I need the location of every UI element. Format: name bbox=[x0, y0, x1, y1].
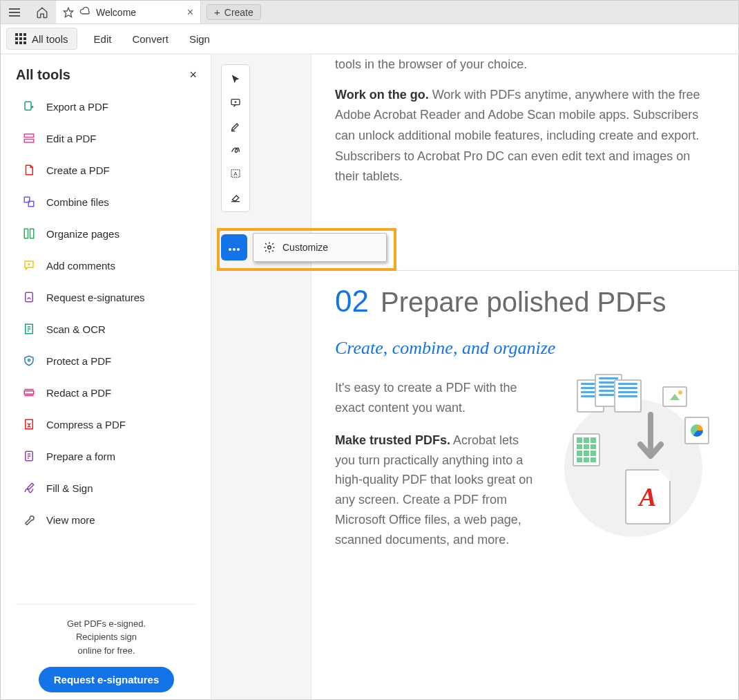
menu-edit[interactable]: Edit bbox=[94, 33, 112, 45]
create-icon bbox=[23, 164, 35, 176]
erase-tool[interactable] bbox=[225, 187, 246, 207]
sub-toolbar: All tools Edit Convert Sign bbox=[1, 24, 738, 55]
tool-label: View more bbox=[46, 514, 95, 526]
tool-combine-files[interactable]: Combine files bbox=[23, 191, 197, 213]
tool-label: Edit a PDF bbox=[46, 133, 97, 144]
svg-marker-0 bbox=[64, 8, 73, 17]
draw-tool[interactable] bbox=[225, 140, 246, 160]
all-tools-label: All tools bbox=[32, 33, 68, 45]
tool-request-esignatures[interactable]: Request e-signatures bbox=[23, 286, 197, 308]
panel-title: All tools bbox=[16, 67, 70, 83]
tool-scan-ocr[interactable]: Scan & OCR bbox=[23, 318, 197, 340]
section-subhead: Create, combine, and organize bbox=[335, 338, 715, 359]
document-viewer[interactable]: tools in the browser of your choice. Wor… bbox=[311, 55, 738, 699]
tool-export-pdf[interactable]: Export a PDF bbox=[23, 95, 197, 117]
tool-label: Export a PDF bbox=[46, 101, 108, 113]
compress-icon bbox=[23, 418, 35, 431]
edit-icon bbox=[23, 132, 35, 144]
hamburger-menu-button[interactable] bbox=[1, 1, 28, 23]
gear-icon bbox=[263, 241, 276, 254]
tool-label: Redact a PDF bbox=[46, 387, 111, 399]
ellipsis-icon bbox=[228, 242, 240, 253]
down-arrow-icon bbox=[633, 411, 668, 473]
document-tab[interactable]: Welcome × bbox=[56, 1, 201, 23]
close-tab-button[interactable]: × bbox=[187, 6, 193, 19]
tool-prepare-form[interactable]: Prepare a form bbox=[23, 445, 197, 467]
tool-view-more[interactable]: View more bbox=[23, 509, 197, 531]
all-tools-button[interactable]: All tools bbox=[6, 28, 77, 50]
body-text-fragment: tools in the browser of your choice. bbox=[335, 55, 715, 75]
tool-list: Export a PDF Edit a PDF Create a PDF Com… bbox=[16, 95, 197, 604]
tool-create-pdf[interactable]: Create a PDF bbox=[23, 159, 197, 181]
tab-title: Welcome bbox=[96, 7, 136, 18]
svg-rect-7 bbox=[30, 229, 34, 238]
svg-rect-2 bbox=[24, 134, 34, 138]
menu-convert[interactable]: Convert bbox=[132, 33, 169, 45]
tool-compress-pdf[interactable]: Compress a PDF bbox=[23, 413, 197, 435]
comment-tool[interactable] bbox=[225, 93, 246, 113]
tool-label: Protect a PDF bbox=[46, 355, 111, 367]
scan-icon bbox=[23, 323, 35, 335]
tool-label: Request e-signatures bbox=[46, 292, 145, 303]
protect-icon bbox=[23, 354, 35, 367]
tool-add-comments[interactable]: Add comments bbox=[23, 254, 197, 276]
section-heading: 02 Prepare polished PDFs bbox=[335, 284, 715, 319]
body-para-1: It's easy to create a PDF with the exact… bbox=[335, 378, 535, 418]
cloud-icon bbox=[79, 6, 90, 18]
highlight-tool[interactable] bbox=[225, 116, 246, 137]
menu-bar: Edit Convert Sign bbox=[81, 24, 210, 53]
tool-label: Combine files bbox=[46, 196, 109, 208]
tool-label: Add comments bbox=[46, 260, 115, 272]
close-panel-button[interactable]: × bbox=[189, 68, 197, 82]
combine-icon bbox=[23, 196, 35, 208]
quick-toolbar: A bbox=[221, 64, 250, 212]
tool-protect-pdf[interactable]: Protect a PDF bbox=[23, 350, 197, 372]
section-02: 02 Prepare polished PDFs Create, combine… bbox=[335, 284, 715, 549]
more-tools-button[interactable] bbox=[221, 234, 247, 261]
menu-sign[interactable]: Sign bbox=[189, 33, 210, 45]
tool-label: Prepare a form bbox=[46, 451, 115, 462]
request-esignatures-button[interactable]: Request e-signatures bbox=[39, 667, 175, 692]
body-text-workgo: Work on the go. Work with PDFs anytime, … bbox=[335, 85, 715, 187]
select-tool[interactable] bbox=[225, 69, 246, 90]
hamburger-icon bbox=[9, 8, 20, 17]
tool-label: Scan & OCR bbox=[46, 323, 106, 335]
home-icon bbox=[36, 6, 48, 19]
svg-point-17 bbox=[268, 246, 271, 249]
form-icon bbox=[23, 450, 35, 462]
fillsign-icon bbox=[23, 482, 35, 494]
quick-tools-strip: A Customize bbox=[211, 55, 311, 699]
create-tab-button[interactable]: + Create bbox=[207, 4, 261, 20]
svg-rect-6 bbox=[24, 229, 28, 238]
export-icon bbox=[23, 100, 35, 113]
body-para-2: Make trusted PDFs. Acrobat lets you turn… bbox=[335, 431, 535, 550]
home-button[interactable] bbox=[28, 1, 56, 23]
promo-box: Get PDFs e-signed. Recipients sign onlin… bbox=[16, 604, 197, 693]
title-bar: Welcome × + Create bbox=[1, 1, 738, 24]
customize-label: Customize bbox=[282, 242, 328, 253]
textselect-tool[interactable]: A bbox=[225, 163, 246, 184]
organize-icon bbox=[23, 227, 35, 240]
illustration: A bbox=[556, 378, 711, 547]
svg-text:A: A bbox=[233, 171, 238, 177]
star-icon bbox=[63, 7, 74, 18]
tool-redact-pdf[interactable]: Redact a PDF bbox=[23, 381, 197, 404]
wrench-icon bbox=[23, 513, 35, 526]
customize-popover[interactable]: Customize bbox=[253, 233, 387, 262]
create-label: Create bbox=[224, 7, 253, 18]
svg-rect-3 bbox=[24, 140, 34, 143]
tool-label: Create a PDF bbox=[46, 164, 110, 176]
tool-label: Compress a PDF bbox=[46, 419, 126, 431]
tool-organize-pages[interactable]: Organize pages bbox=[23, 223, 197, 245]
esign-icon bbox=[23, 291, 35, 303]
svg-rect-11 bbox=[24, 391, 34, 395]
all-tools-panel: All tools × Export a PDF Edit a PDF Crea… bbox=[1, 55, 211, 699]
comment-icon bbox=[23, 259, 35, 272]
svg-point-10 bbox=[28, 359, 30, 361]
pdf-file-icon: A bbox=[625, 469, 671, 524]
tool-edit-pdf[interactable]: Edit a PDF bbox=[23, 127, 197, 149]
svg-rect-1 bbox=[25, 102, 31, 110]
tool-label: Organize pages bbox=[46, 228, 119, 240]
tool-fill-sign[interactable]: Fill & Sign bbox=[23, 477, 197, 499]
redact-icon bbox=[23, 386, 35, 399]
